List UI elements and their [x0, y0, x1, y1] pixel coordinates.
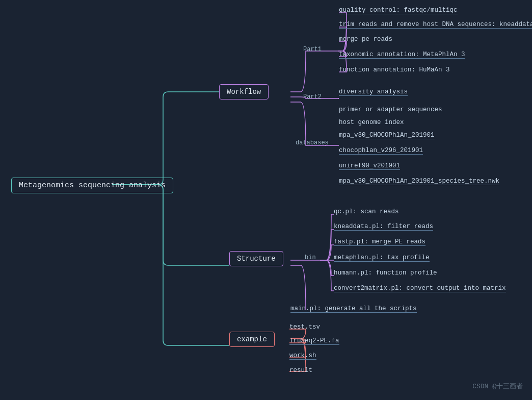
leaf-metaphlan: metaphlan.pl: tax profile: [334, 254, 430, 262]
leaf-test-tsv: test.tsv: [289, 323, 320, 331]
bin-label: bin: [305, 254, 316, 261]
leaf-humann: humann.pl: function profile: [334, 269, 437, 277]
leaf-kneaddata: kneaddata.pl: filter reads: [334, 223, 433, 231]
leaf-qc: qc.pl: scan reads: [334, 208, 399, 215]
leaf-trim-reads: trim reads and remove host DNA sequences…: [339, 21, 532, 29]
part2-label: Part2: [303, 93, 322, 101]
leaf-truseq: TruSeq2-PE.fa: [289, 337, 339, 345]
leaf-main: main.pl: generate all the scripts: [290, 305, 417, 313]
leaf-chocophlan: chocophlan_v296_201901: [339, 147, 423, 155]
leaf-uniref: uniref90_v201901: [339, 162, 400, 170]
leaf-host-genome: host genome index: [339, 119, 404, 126]
leaf-function-annotation: function annotation: HuMaAn 3: [339, 66, 450, 73]
structure-node: Structure: [229, 251, 283, 266]
workflow-label: Workflow: [227, 88, 261, 96]
root-node: Metagenomics sequencing analysis: [11, 178, 173, 193]
leaf-merge-pe: merge pe reads: [339, 36, 392, 43]
root-label: Metagenomics sequencing analysis: [19, 181, 166, 190]
leaf-result: result: [289, 367, 312, 374]
watermark: CSDN @十三画者: [472, 382, 523, 391]
watermark-text: CSDN @十三画者: [472, 383, 523, 390]
leaf-taxonomic: taxonomic annotation: MetaPhlAn 3: [339, 51, 465, 59]
workflow-node: Workflow: [219, 84, 269, 99]
leaf-convert2matrix: convert2matrix.pl: convert output into m…: [334, 285, 506, 292]
databases-label: databases: [296, 139, 329, 146]
example-label: example: [237, 335, 267, 343]
leaf-diversity: diversity analysis: [339, 88, 408, 96]
leaf-quality-control: quality control: fastqc/multiqc: [339, 7, 458, 14]
leaf-mpa-v30: mpa_v30_CHOCOPhlAn_201901: [339, 132, 435, 139]
leaf-species-tree: mpa_v30_CHOCOPhlAn_201901_species_tree.n…: [339, 178, 499, 185]
part1-label: Part1: [303, 46, 322, 53]
example-node: example: [229, 332, 275, 347]
structure-label: Structure: [237, 255, 276, 263]
leaf-primer: primer or adapter sequences: [339, 106, 442, 113]
leaf-work-sh: work.sh: [289, 352, 316, 360]
leaf-fastp: fastp.pl: merge PE reads: [334, 238, 425, 246]
